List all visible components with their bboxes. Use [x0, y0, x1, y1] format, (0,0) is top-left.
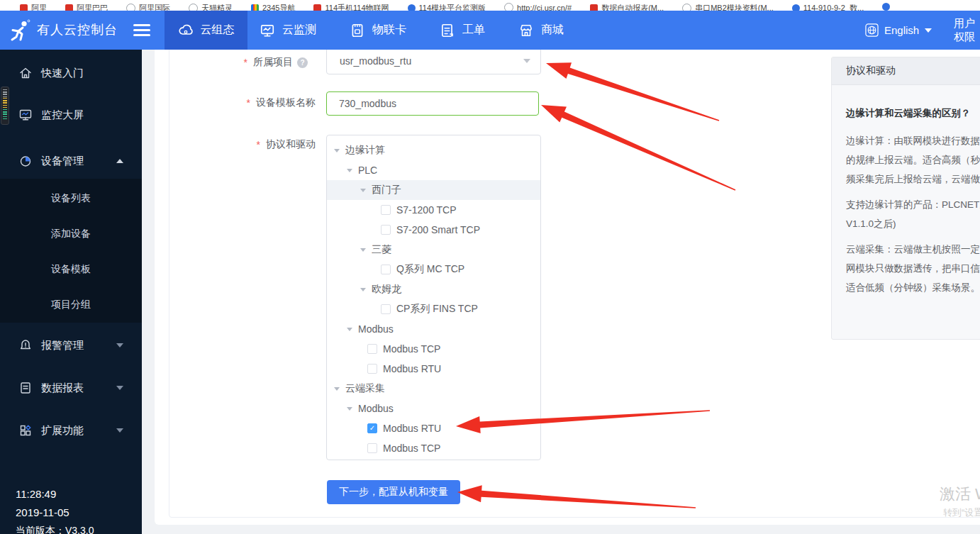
tab-cloud-monitor[interactable]: 云监测 — [257, 11, 319, 50]
template-name-label: * 设备模板名称 — [142, 91, 316, 114]
tree-node-label: Modbus TCP — [383, 343, 440, 355]
info-line: 支持边缘计算的产品：PLCNET系列 — [846, 195, 980, 214]
checkbox-unchecked[interactable] — [381, 205, 391, 215]
project-select[interactable]: usr_modbus_rtu — [326, 50, 541, 74]
tab-label: 商城 — [541, 23, 564, 38]
tree-node-label: Q系列 MC TCP — [396, 263, 464, 276]
tree-node-label: 三菱 — [372, 243, 391, 256]
tree-node[interactable]: Q系列 MC TCP — [327, 260, 540, 279]
mall-icon — [518, 23, 534, 38]
windows-activation-watermark-sub: 转到“设置” — [943, 506, 980, 519]
tree-node-label: S7-200 Smart TCP — [396, 224, 480, 235]
sidebar-item-device-template[interactable]: 设备模板 — [0, 259, 142, 280]
tab-label: 云监测 — [282, 23, 316, 38]
info-line: 边缘计算：由联网模块进行数据采集和 — [846, 131, 980, 150]
tab-cloud-scada[interactable]: 云组态 — [165, 11, 247, 50]
app-root: 阿里 阿里巴巴 阿里国际 天猫精灵 2345导航 114手机114物联网 114… — [0, 0, 980, 534]
extensions-icon — [18, 423, 33, 438]
sidebar-item-extension[interactable]: 扩展功能 — [0, 418, 142, 443]
tab-iot-sim[interactable]: 物联卡 — [347, 11, 409, 50]
tree-node-label: 欧姆龙 — [372, 283, 401, 296]
sidebar-item-data-report[interactable]: 数据报表 — [0, 376, 142, 400]
sidebar-item-add-device[interactable]: 添加设备 — [0, 223, 142, 245]
info-line: 适合低频（分钟级）采集场景。 — [846, 278, 980, 297]
info-line: 网模块只做数据透传，把串口信号转成 — [846, 259, 980, 278]
caret-down-icon[interactable] — [347, 407, 352, 411]
sidebar-item-label: 快速入门 — [41, 67, 84, 80]
tab-label: 物联卡 — [372, 23, 406, 38]
tree-node-label: Modbus — [358, 323, 394, 335]
caret-down-icon[interactable] — [347, 169, 352, 172]
tree-node[interactable]: PLC — [327, 160, 540, 180]
caret-down-icon[interactable] — [360, 189, 366, 192]
sidebar-item-device-management[interactable]: 设备管理 — [0, 149, 142, 173]
tree-node[interactable]: S7-1200 TCP — [327, 200, 540, 220]
sidebar-item-project-group[interactable]: 项目分组 — [0, 294, 142, 316]
tab-work-order[interactable]: 工单 — [437, 11, 488, 50]
browser-extension-strip[interactable] — [1, 87, 9, 125]
favicon — [882, 3, 890, 11]
tree-node-label: Modbus RTU — [383, 363, 441, 374]
template-name-input[interactable] — [326, 91, 539, 116]
tree-node[interactable]: Modbus TCP — [327, 339, 540, 359]
language-switcher[interactable]: English — [865, 11, 932, 50]
checkbox-unchecked[interactable] — [381, 265, 391, 274]
checkbox-unchecked[interactable] — [381, 304, 391, 314]
tab-label: 工单 — [462, 23, 485, 38]
tree-node[interactable]: Modbus TCP — [327, 438, 540, 458]
tree-node-label: CP系列 FINS TCP — [396, 303, 478, 316]
tree-node[interactable]: Modbus — [327, 399, 540, 418]
tree-node[interactable]: Modbus RTU — [327, 359, 540, 379]
protocol-field-label: * 协议和驱动 — [142, 133, 316, 156]
checkbox-checked[interactable] — [367, 423, 377, 433]
caret-down-icon[interactable] — [334, 387, 340, 391]
tree-node[interactable]: 云端采集 — [327, 379, 540, 399]
monitor-chart-icon — [260, 23, 275, 38]
tab-mall[interactable]: 商城 — [516, 11, 567, 50]
user-permission-menu[interactable]: 用户权限 — [954, 11, 980, 50]
sidebar-item-label: 监控大屏 — [41, 109, 84, 122]
user-permission-label: 用户权限 — [954, 17, 980, 44]
tree-node[interactable]: 欧姆龙 — [327, 279, 540, 299]
submenu-label: 设备模板 — [51, 263, 91, 276]
caret-down-icon[interactable] — [334, 149, 340, 152]
protocol-info-panel: 协议和驱动 边缘计算和云端采集的区别？ 边缘计算：由联网模块进行数据采集和 的规… — [831, 57, 980, 340]
checkbox-unchecked[interactable] — [367, 443, 377, 453]
caret-down-icon[interactable] — [360, 248, 366, 252]
tab-label: 云组态 — [201, 23, 235, 38]
tree-node[interactable]: S7-200 Smart TCP — [327, 220, 540, 240]
menu-icon[interactable] — [133, 24, 150, 39]
checkbox-unchecked[interactable] — [367, 344, 377, 354]
tree-node[interactable]: 边缘计算 — [327, 140, 540, 160]
checkbox-unchecked[interactable] — [367, 364, 377, 374]
usr-logo-icon[interactable] — [10, 19, 31, 42]
tree-node-highlighted[interactable]: 西门子 — [327, 180, 540, 200]
info-line: 云端采集：云端做主机按照一定的规律 — [846, 240, 980, 259]
top-navbar: 有人云控制台 云组态 云监测 物联卡 — [0, 11, 980, 50]
tree-node-label: 云端采集 — [345, 382, 385, 395]
caret-down-icon[interactable] — [360, 288, 366, 291]
chevron-down-icon — [116, 343, 123, 347]
chevron-down-icon — [116, 386, 123, 390]
caret-down-icon[interactable] — [347, 328, 352, 331]
report-icon — [18, 381, 33, 395]
home-icon — [18, 66, 33, 80]
required-asterisk: * — [257, 139, 260, 150]
tree-node[interactable]: Modbus RTU — [327, 418, 540, 438]
protocol-tree: 边缘计算 PLC 西门子 S7-1200 TCP S7-200 Smart TC… — [326, 135, 541, 460]
sidebar-item-label: 设备管理 — [41, 155, 84, 168]
tree-node[interactable]: CP系列 FINS TCP — [327, 299, 540, 319]
sidebar-item-alarm-management[interactable]: 报警管理 — [0, 333, 142, 357]
device-management-submenu: 设备列表 添加设备 设备模板 项目分组 — [0, 179, 142, 323]
sidebar-item-device-list[interactable]: 设备列表 — [0, 188, 142, 209]
next-step-button[interactable]: 下一步，配置从机和变量 — [327, 480, 460, 504]
help-icon[interactable]: ? — [297, 57, 308, 68]
tree-node[interactable]: 三菱 — [327, 240, 540, 260]
bookmark-item[interactable] — [882, 3, 890, 11]
info-heading: 边缘计算和云端采集的区别？ — [846, 104, 980, 123]
tree-node[interactable]: Modbus — [327, 319, 540, 339]
sidebar-item-quick-start[interactable]: 快速入门 — [0, 61, 142, 85]
checkbox-unchecked[interactable] — [381, 225, 391, 235]
sidebar-item-label: 扩展功能 — [41, 424, 84, 438]
sidebar-item-monitor-screen[interactable]: 监控大屏 — [0, 103, 142, 127]
